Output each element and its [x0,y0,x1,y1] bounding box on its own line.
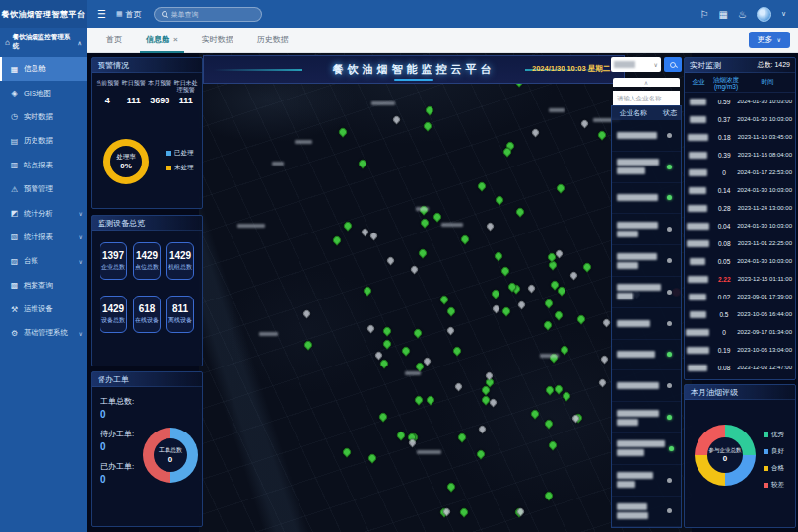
map-marker-gray[interactable] [386,255,396,265]
enterprise-row[interactable] [612,152,681,183]
home-nav-chip[interactable]: ▦ 首页 [116,9,142,20]
user-menu-chevron-icon[interactable]: ∨ [781,10,786,18]
map-marker-green[interactable] [331,235,342,246]
sidebar-system-header[interactable]: ⌂ 餐饮油烟监控管理系统 ∧ [0,28,87,57]
enterprise-search-button[interactable] [664,57,682,72]
enterprise-row[interactable] [612,340,681,371]
map-marker-green[interactable] [342,221,353,232]
map-marker-green[interactable] [458,506,469,517]
map-marker-green[interactable] [582,261,593,272]
sidebar-item-stat-report[interactable]: ▧统计报表∨ [0,226,87,249]
realtime-row[interactable]: 0.022023-09-01 17:39:00 [685,288,795,305]
map-marker-green[interactable] [457,432,468,442]
enterprise-name-input[interactable] [613,91,680,105]
realtime-row[interactable]: 0.042024-01-30 10:03:00 [685,217,795,234]
realtime-row[interactable]: 0.182023-11-10 03:45:00 [685,128,795,146]
realtime-row[interactable]: 02024-01-17 22:53:00 [685,164,795,181]
map-marker-green[interactable] [543,491,554,501]
map-marker-green[interactable] [575,313,586,324]
map-marker-green[interactable] [543,418,554,429]
map-marker-green[interactable] [490,288,500,299]
map-marker-green[interactable] [382,338,393,349]
map-marker-gray[interactable] [489,398,499,408]
map-marker-gray[interactable] [568,270,578,280]
map-marker-gray[interactable] [446,326,456,336]
sidebar-item-stat-analysis[interactable]: ◩统计分析∨ [0,201,87,225]
sidebar-item-ledger[interactable]: ▨台账∨ [0,249,87,273]
map-marker-gray[interactable] [360,228,369,237]
map-marker-green[interactable] [460,233,471,244]
tab-首页[interactable]: 首页 [95,28,134,53]
enterprise-row[interactable] [612,277,681,308]
menu-search-box[interactable] [154,7,262,22]
map-marker-green[interactable] [423,120,433,131]
map-marker-green[interactable] [596,129,607,140]
tab-实时数据[interactable]: 实时数据 [190,28,245,53]
map-marker-green[interactable] [494,194,504,205]
realtime-row[interactable]: 0.082023-11-01 22:25:00 [685,234,795,252]
enterprise-row[interactable] [612,402,681,433]
sidebar-item-archive-query[interactable]: ▩档案查询 [0,274,87,298]
map-marker-gray[interactable] [453,381,463,391]
map-marker-green[interactable] [378,359,389,369]
map-marker-gray[interactable] [527,284,537,294]
map-marker-gray[interactable] [598,378,608,388]
map-marker-green[interactable] [337,127,348,138]
realtime-row[interactable]: 0.082023-12-03 12:47:00 [685,359,795,376]
realtime-row[interactable]: 0.52023-10-06 16:44:00 [685,305,795,323]
enterprise-row[interactable] [612,370,681,402]
map-marker-green[interactable] [395,430,406,440]
map-marker-green[interactable] [341,446,352,457]
device-stat-box[interactable]: 811离线设备 [166,296,194,333]
map-marker-gray[interactable] [486,221,496,231]
enterprise-row[interactable] [612,214,681,245]
map-marker-green[interactable] [475,448,486,459]
map-marker-green[interactable] [357,158,367,168]
enterprise-row[interactable] [612,183,681,215]
sidebar-item-site-report[interactable]: ▥站点报表 [0,154,87,177]
theme-icon[interactable]: ⚐ [699,9,708,20]
map-marker-green[interactable] [382,326,393,337]
map-marker-green[interactable] [432,211,443,222]
map-marker-green[interactable] [302,339,313,350]
realtime-row[interactable]: 0.392023-11-16 08:04:00 [685,146,795,164]
enterprise-row[interactable] [612,245,681,277]
realtime-row[interactable]: 0.282023-11-24 13:00:00 [685,199,795,217]
map-marker-green[interactable] [514,207,525,218]
device-stat-box[interactable]: 1429机组总数 [166,242,194,280]
map-marker-gray[interactable] [369,232,379,241]
realtime-row[interactable]: 0.192023-10-06 13:04:00 [685,341,795,359]
map-marker-green[interactable] [425,104,435,115]
enterprise-row[interactable] [612,497,681,528]
enterprise-row[interactable] [612,433,681,465]
enterprise-row[interactable] [612,120,681,152]
map-marker-green[interactable] [418,248,429,259]
user-avatar[interactable] [757,7,771,22]
map-marker-green[interactable] [439,295,450,305]
realtime-row[interactable]: 0.592024-01-30 10:03:00 [685,93,795,110]
tab-信息舱[interactable]: 信息舱× [134,28,190,53]
flame-icon[interactable]: ♨ [738,9,747,20]
sidebar-item-maintenance-device[interactable]: ⚒运维设备 [0,298,87,321]
sidebar-item-base-management[interactable]: ⚙基础管理系统∨ [0,321,87,345]
device-stat-box[interactable]: 1429点位总数 [133,242,161,280]
map-marker-gray[interactable] [410,264,420,274]
map-marker-gray[interactable] [391,114,401,124]
more-button[interactable]: 更多∨ [749,32,790,48]
map-marker-green[interactable] [500,305,511,316]
map-marker-green[interactable] [543,319,554,330]
map-marker-green[interactable] [476,181,487,192]
map-marker-green[interactable] [451,346,462,357]
map-marker-gray[interactable] [530,127,540,137]
close-icon[interactable]: × [173,35,178,44]
menu-search-input[interactable] [171,11,250,18]
map-marker-green[interactable] [446,306,457,317]
map-marker-green[interactable] [420,218,431,229]
device-stat-box[interactable]: 1397企业总数 [100,242,127,280]
map-marker-gray[interactable] [373,350,383,360]
map-marker-gray[interactable] [492,303,501,313]
hamburger-menu-icon[interactable]: ☰ [97,8,106,21]
map-marker-green[interactable] [553,309,564,320]
map-marker-green[interactable] [362,285,372,296]
enterprise-row[interactable] [612,308,681,340]
